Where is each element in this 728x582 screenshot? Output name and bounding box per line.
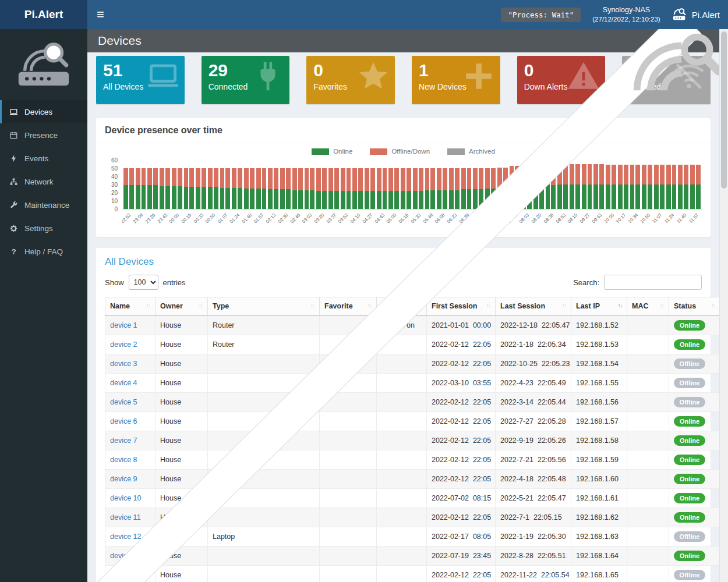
device-link[interactable]: device 12 — [110, 533, 142, 541]
sidebar-item-help[interactable]: ? Help / FAQ — [0, 240, 87, 263]
host-timestamp: (27/12/2022, 12:10:23) — [592, 15, 660, 24]
cell-type — [208, 566, 320, 582]
column-header-owner[interactable]: ↑↓Owner — [156, 297, 208, 316]
table-row[interactable]: device 9House2022-02-12 22:052022-4-18 2… — [105, 470, 720, 489]
table-row[interactable]: device 1HouseRouterAlways on2021-01-01 0… — [105, 315, 720, 335]
device-link[interactable]: device 3 — [110, 360, 137, 368]
cell-favorite — [320, 546, 377, 566]
stacked-bar — [479, 168, 483, 209]
table-row[interactable]: device 5House2022-02-12 22:052022-3-14 2… — [105, 393, 720, 412]
device-link[interactable]: device 6 — [110, 417, 137, 425]
device-link[interactable]: device 9 — [110, 475, 137, 483]
sidebar-item-network[interactable]: Network — [0, 170, 87, 193]
bar-segment-online — [527, 187, 532, 209]
y-tick-label: 10 — [111, 198, 118, 204]
cell-favorite — [320, 489, 377, 508]
device-link[interactable]: device 13 — [110, 552, 142, 560]
table-row[interactable]: device 13House2022-07-19 23:452022-8-28 … — [105, 546, 720, 566]
column-header-type[interactable]: ↑↓Type — [208, 297, 320, 316]
card-new-devices[interactable]: 1 New Devices — [412, 56, 500, 104]
cell-last-session: 2022-1-18 22:05.34 — [496, 335, 571, 354]
device-link[interactable]: device 14 — [110, 571, 142, 579]
bar-segment-offline — [142, 168, 146, 185]
card-connected[interactable]: 29 Connected — [202, 56, 290, 104]
bar-group — [196, 168, 206, 209]
bar-segment-offline — [557, 164, 562, 184]
device-link[interactable]: device 5 — [110, 398, 137, 406]
device-link[interactable]: device 10 — [110, 494, 142, 502]
card-favorites[interactable]: 0 Favorites — [306, 56, 395, 104]
table-row[interactable]: device 7House2022-02-12 22:052022-9-19 2… — [105, 431, 720, 450]
cell-type — [208, 431, 320, 450]
card-archived[interactable]: 0 Archived — [622, 56, 711, 104]
cell-favorite — [320, 508, 377, 527]
card-down-alerts[interactable]: 0 Down Alerts — [517, 56, 606, 104]
sidebar-item-presence[interactable]: Presence — [0, 123, 87, 147]
column-header-last-ip[interactable]: ↑↓Last IP — [571, 297, 627, 316]
card-all-devices[interactable]: 51 All Devices — [96, 56, 185, 104]
cell-favorite — [320, 315, 377, 335]
device-link[interactable]: device 8 — [110, 456, 137, 464]
sidebar-item-devices[interactable]: Devices — [0, 100, 87, 123]
column-header-mac[interactable]: ↑↓MAC — [627, 297, 669, 316]
sidebar-item-label: Network — [24, 178, 54, 186]
cell-owner: House — [156, 335, 208, 354]
bar-segment-offline — [491, 168, 496, 189]
navbar-app-brand[interactable]: Pi.Alert — [672, 8, 720, 21]
bar-segment-online — [244, 189, 249, 209]
stacked-bar — [521, 165, 526, 209]
stacked-bar — [696, 165, 701, 209]
entries-select[interactable]: 100 — [129, 275, 158, 290]
table-row[interactable]: device 11House2022-02-12 22:052022-7-1 2… — [105, 508, 720, 527]
table-row[interactable]: device 8House2022-02-12 22:052022-7-21 2… — [105, 450, 720, 470]
bar-segment-offline — [455, 168, 460, 190]
column-label: First Session — [432, 302, 478, 310]
bar-group — [582, 164, 592, 209]
bar-segment-online — [286, 189, 291, 209]
sidebar-item-maintenance[interactable]: Maintenance — [0, 193, 87, 217]
device-link[interactable]: device 7 — [110, 436, 137, 445]
bar-group — [136, 168, 146, 209]
column-header-first-session[interactable]: ↑↓First Session — [427, 297, 496, 316]
device-link[interactable]: device 1 — [110, 321, 137, 329]
cell-favorite — [320, 450, 377, 470]
table-row[interactable]: device 14House2022-02-12 22:052022-11-22… — [105, 566, 720, 582]
search-input[interactable] — [604, 275, 702, 290]
sidebar-item-events[interactable]: Events — [0, 147, 87, 170]
sidebar-item-label: Devices — [24, 108, 52, 116]
table-row[interactable]: device 12HouseLaptop2022-02-17 08:052022… — [105, 527, 720, 546]
bar-segment-online — [334, 191, 339, 209]
bar-group — [425, 168, 436, 209]
sidebar-toggle-button[interactable]: ≡ — [87, 0, 114, 29]
device-link[interactable]: device 11 — [110, 513, 141, 521]
bar-segment-online — [370, 191, 375, 209]
stacked-bar — [280, 168, 285, 209]
column-header-favorite[interactable]: ↑↓Favorite — [320, 297, 377, 316]
device-link[interactable]: device 2 — [110, 340, 137, 349]
sort-icon: ↑↓ — [711, 303, 715, 308]
stacked-bar — [268, 168, 273, 209]
table-row[interactable]: device 4House2022-03-10 03:552022-4-23 2… — [105, 374, 720, 393]
app-logo[interactable]: Pi.Alert — [0, 0, 87, 29]
table-row[interactable]: device 3House2022-02-12 22:052022-10-25 … — [105, 354, 720, 374]
stacked-bar — [612, 165, 616, 209]
table-row[interactable]: device 10House2022-07-02 08:152022-5-21 … — [105, 489, 720, 508]
scrollbar-thumb[interactable] — [721, 31, 727, 189]
table-row[interactable]: device 6House2022-02-12 22:052022-7-27 2… — [105, 412, 720, 431]
column-header-status[interactable]: ↑↓Status — [669, 297, 720, 316]
column-header-group[interactable]: ↑↓Group — [377, 297, 427, 316]
cell-group — [377, 527, 427, 546]
stacked-bar — [305, 168, 309, 209]
sidebar-item-settings[interactable]: Settings — [0, 217, 87, 240]
bar-segment-offline — [443, 168, 447, 190]
device-link[interactable]: device 4 — [110, 379, 137, 387]
bar-segment-offline — [546, 164, 550, 185]
bar-segment-offline — [503, 168, 508, 189]
column-header-last-session[interactable]: ↑↓Last Session — [496, 297, 571, 316]
bar-segment-online — [557, 184, 562, 209]
column-header-name[interactable]: ↑↓Name — [105, 297, 156, 316]
cell-mac — [627, 470, 669, 489]
stacked-bar — [196, 168, 200, 209]
table-row[interactable]: device 2HouseRouter2022-02-12 22:052022-… — [105, 335, 720, 354]
cell-mac — [627, 508, 669, 527]
